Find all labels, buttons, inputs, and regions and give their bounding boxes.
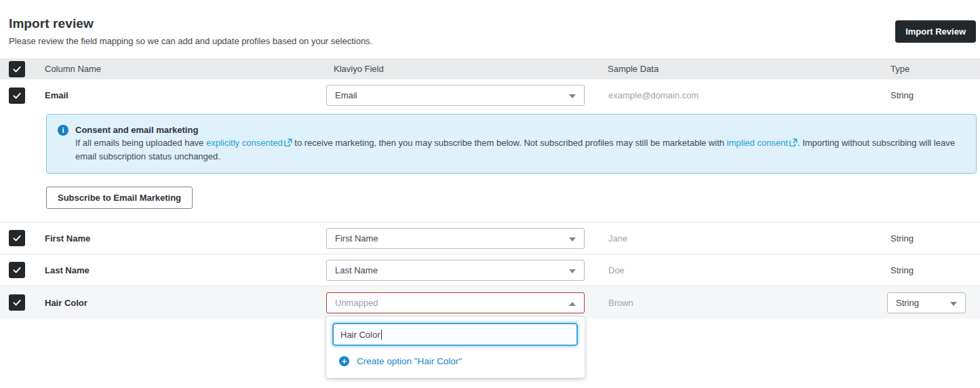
- klaviyo-field-cell: Unmapped: [326, 292, 607, 313]
- row-checkbox-hair-color[interactable]: [9, 294, 25, 311]
- type-value: String: [887, 233, 980, 244]
- row-checkbox-first-name[interactable]: [9, 230, 25, 246]
- column-header-klaviyo-field: Klaviyo Field: [326, 64, 607, 74]
- info-icon: i: [58, 125, 68, 136]
- consent-callout-title: Consent and email marketing: [75, 123, 965, 136]
- chevron-down-icon: [569, 94, 576, 98]
- field-search-input[interactable]: Hair Color: [332, 323, 578, 346]
- type-cell: String: [887, 292, 980, 313]
- subscribe-email-marketing-button[interactable]: Subscribe to Email Marketing: [46, 187, 193, 209]
- page-title: Import review: [9, 16, 971, 31]
- sample-data-value: example@domain.com: [607, 90, 887, 100]
- implied-consent-link[interactable]: implied consent: [727, 138, 788, 148]
- row-checkbox-cell: [0, 262, 36, 278]
- chevron-down-icon: [950, 302, 957, 306]
- import-review-page: Import review Please review the field ma…: [0, 0, 980, 388]
- consent-text-1: If all emails being uploaded have: [75, 138, 206, 148]
- chevron-up-icon: [569, 302, 576, 306]
- plus-circle-icon: +: [339, 356, 349, 366]
- consent-section: i Consent and email marketing If all ema…: [0, 111, 980, 222]
- row-checkbox-last-name[interactable]: [9, 262, 25, 278]
- field-dropdown-panel: Hair Color + Create option "Hair Color": [326, 317, 585, 378]
- sample-data-value: Brown: [607, 298, 887, 308]
- row-checkbox-cell: [0, 230, 36, 246]
- checkmark-icon: [12, 91, 22, 100]
- row-checkbox-email[interactable]: [9, 88, 25, 104]
- klaviyo-field-select-hair-color[interactable]: Unmapped: [326, 292, 585, 313]
- selected-field-value: Email: [335, 90, 357, 100]
- selected-field-value: Unmapped: [335, 298, 378, 308]
- column-header-sample-data: Sample Data: [607, 64, 887, 74]
- klaviyo-field-select-first-name[interactable]: First Name: [326, 228, 585, 249]
- import-review-button[interactable]: Import Review: [895, 20, 976, 43]
- chevron-down-icon: [569, 269, 576, 273]
- column-name-label: Last Name: [36, 265, 326, 275]
- klaviyo-field-cell: Last Name: [326, 260, 607, 281]
- column-name-label: First Name: [36, 233, 326, 244]
- sample-data-value: Jane: [607, 233, 887, 244]
- checkmark-icon: [12, 233, 22, 243]
- explicitly-consented-link[interactable]: explicitly consented: [206, 138, 283, 148]
- klaviyo-field-cell: Email: [326, 85, 607, 106]
- consent-callout: i Consent and email marketing If all ema…: [46, 114, 977, 174]
- column-name-label: Hair Color: [36, 298, 326, 308]
- column-header-type: Type: [887, 64, 980, 74]
- table-row-first-name: First Name First Name Jane String: [0, 222, 980, 254]
- header-checkbox-cell: [0, 61, 36, 77]
- field-search-value: Hair Color: [340, 330, 380, 340]
- type-value: String: [887, 265, 980, 275]
- selected-field-value: Last Name: [335, 265, 378, 275]
- create-option-label: Create option "Hair Color": [357, 356, 462, 366]
- selected-field-value: First Name: [335, 233, 378, 244]
- external-link-icon: [284, 137, 292, 150]
- consent-callout-text: If all emails being uploaded have explic…: [75, 136, 965, 163]
- checkmark-icon: [12, 265, 22, 275]
- klaviyo-field-select-email[interactable]: Email: [326, 85, 585, 106]
- text-cursor: [381, 330, 382, 340]
- sample-data-value: Doe: [607, 265, 887, 275]
- klaviyo-field-cell: First Name: [326, 228, 607, 249]
- klaviyo-field-select-last-name[interactable]: Last Name: [326, 260, 585, 281]
- column-header-column-name: Column Name: [36, 64, 326, 74]
- select-all-checkbox[interactable]: [9, 61, 25, 77]
- checkmark-icon: [12, 298, 22, 307]
- consent-callout-body: Consent and email marketing If all email…: [75, 123, 965, 163]
- table-row-last-name: Last Name Last Name Doe String: [0, 254, 980, 286]
- page-subtitle: Please review the field mapping so we ca…: [9, 36, 971, 46]
- page-header: Import review Please review the field ma…: [0, 0, 980, 58]
- external-link-icon: [789, 137, 798, 150]
- row-checkbox-cell: [0, 294, 36, 311]
- chevron-down-icon: [569, 237, 576, 241]
- table-row-hair-color: Hair Color Unmapped Brown String: [0, 286, 980, 319]
- type-value: String: [887, 90, 980, 100]
- row-checkbox-cell: [0, 88, 36, 104]
- create-option-item[interactable]: + Create option "Hair Color": [332, 346, 578, 372]
- column-name-label: Email: [36, 90, 326, 100]
- consent-text-2: to receive marketing, then you may subsc…: [292, 138, 727, 148]
- table-row-email: Email Email example@domain.com String: [0, 79, 980, 111]
- table-header-row: Column Name Klaviyo Field Sample Data Ty…: [0, 58, 980, 79]
- checkmark-icon: [12, 64, 22, 74]
- selected-type-value: String: [896, 298, 919, 308]
- type-select-hair-color[interactable]: String: [887, 292, 966, 313]
